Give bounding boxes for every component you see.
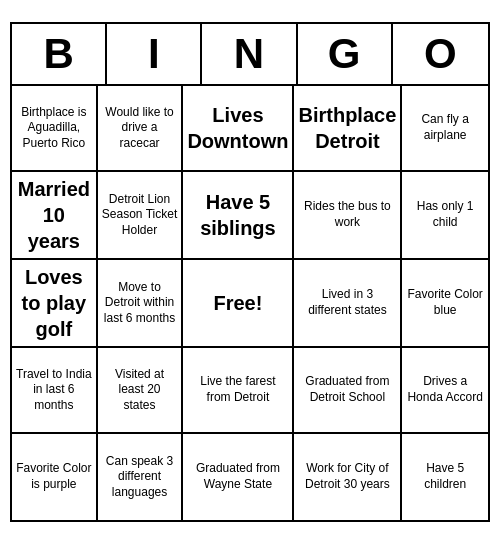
bingo-cell[interactable]: Favorite Color is purple: [12, 434, 98, 520]
bingo-cell[interactable]: Lives Downtown: [183, 86, 294, 172]
bingo-cell[interactable]: Have 5 children: [402, 434, 488, 520]
bingo-cell[interactable]: Work for City of Detroit 30 years: [294, 434, 402, 520]
bingo-cell[interactable]: Live the farest from Detroit: [183, 348, 294, 434]
bingo-cell[interactable]: Graduated from Wayne State: [183, 434, 294, 520]
bingo-cell[interactable]: Has only 1 child: [402, 172, 488, 260]
bingo-cell[interactable]: Can fly a airplane: [402, 86, 488, 172]
bingo-header: BINGO: [12, 24, 488, 86]
bingo-cell[interactable]: Graduated from Detroit School: [294, 348, 402, 434]
bingo-cell[interactable]: Favorite Color blue: [402, 260, 488, 348]
bingo-cell[interactable]: Birthplace Detroit: [294, 86, 402, 172]
bingo-cell[interactable]: Married 10 years: [12, 172, 98, 260]
bingo-cell[interactable]: Travel to India in last 6 months: [12, 348, 98, 434]
bingo-cell[interactable]: Have 5 siblings: [183, 172, 294, 260]
bingo-cell[interactable]: Lived in 3 different states: [294, 260, 402, 348]
bingo-cell[interactable]: Move to Detroit within last 6 months: [98, 260, 184, 348]
bingo-letter: N: [202, 24, 297, 84]
bingo-cell[interactable]: Loves to play golf: [12, 260, 98, 348]
bingo-letter: B: [12, 24, 107, 84]
bingo-cell[interactable]: Birthplace is Aguadilla, Puerto Rico: [12, 86, 98, 172]
bingo-letter: O: [393, 24, 488, 84]
bingo-letter: G: [298, 24, 393, 84]
free-space[interactable]: Free!: [183, 260, 294, 348]
bingo-cell[interactable]: Can speak 3 different languages: [98, 434, 184, 520]
bingo-letter: I: [107, 24, 202, 84]
bingo-cell[interactable]: Detroit Lion Season Ticket Holder: [98, 172, 184, 260]
bingo-cell[interactable]: Would like to drive a racecar: [98, 86, 184, 172]
bingo-card: BINGO Birthplace is Aguadilla, Puerto Ri…: [10, 22, 490, 522]
bingo-grid: Birthplace is Aguadilla, Puerto RicoWoul…: [12, 86, 488, 520]
bingo-cell[interactable]: Visited at least 20 states: [98, 348, 184, 434]
bingo-cell[interactable]: Rides the bus to work: [294, 172, 402, 260]
bingo-cell[interactable]: Drives a Honda Accord: [402, 348, 488, 434]
